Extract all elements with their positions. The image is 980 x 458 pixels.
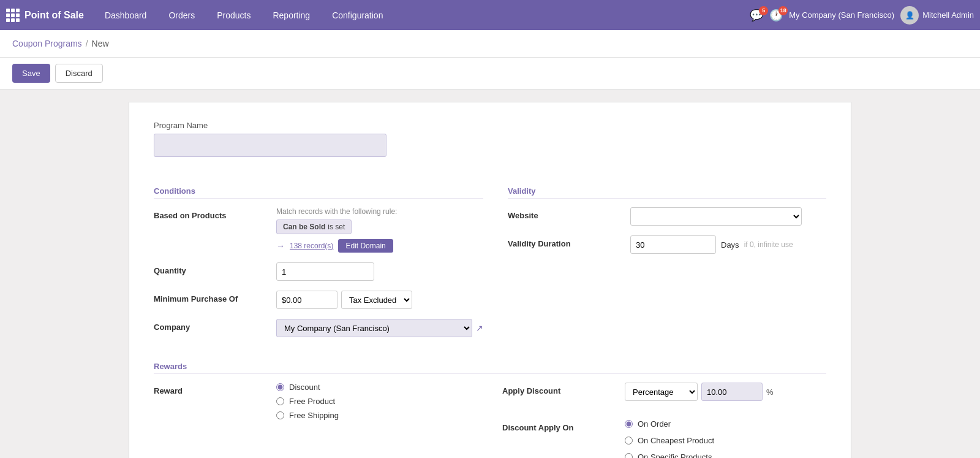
rewards-header: Rewards <box>154 362 826 374</box>
reward-free-shipping[interactable]: Free Shipping <box>276 411 478 420</box>
apply-discount-type-select[interactable]: Percentage Fixed Amount <box>625 383 698 401</box>
program-name-input[interactable] <box>154 134 386 157</box>
top-navigation: Point of Sale Dashboard Orders Products … <box>0 0 980 30</box>
apply-on-order-radio[interactable] <box>625 420 633 428</box>
breadcrumb-separator: / <box>86 39 88 48</box>
reward-free-shipping-label: Free Shipping <box>289 411 339 420</box>
website-row: Website <box>508 207 826 226</box>
conditions-header: Conditions <box>154 186 483 199</box>
menu-dashboard[interactable]: Dashboard <box>94 0 158 30</box>
breadcrumb: Coupon Programs / New <box>0 30 980 58</box>
based-on-products-row: Based on Products Match records with the… <box>154 207 483 253</box>
based-on-products-label: Based on Products <box>154 207 276 220</box>
min-purchase-row: Minimum Purchase Of Tax Excluded Tax Inc… <box>154 291 483 309</box>
activities-badge: 18 <box>778 6 788 15</box>
edit-domain-button[interactable]: Edit Domain <box>338 239 393 253</box>
reward-label: Reward <box>154 383 276 395</box>
domain-tag: Can be Sold is set <box>276 219 352 234</box>
apply-on-specific-radio[interactable] <box>625 453 633 458</box>
quantity-content <box>276 262 483 281</box>
user-name: Mitchell Admin <box>922 10 974 20</box>
validity-duration-row: Validity Duration Days if 0, infinite us… <box>508 235 826 254</box>
validity-section: Validity Website Validity Duration <box>508 172 826 347</box>
domain-records-line: → 138 record(s) Edit Domain <box>276 239 483 253</box>
discount-apply-on-label: Discount Apply On <box>502 419 625 432</box>
validity-duration-inputs: Days if 0, infinite use <box>630 235 826 254</box>
reward-row: Reward Discount Free Product <box>154 383 478 420</box>
save-button[interactable]: Save <box>12 64 50 83</box>
reward-free-product[interactable]: Free Product <box>276 397 478 406</box>
arrow-icon: → <box>276 241 285 251</box>
apply-on-cheapest-label: On Cheapest Product <box>638 436 714 445</box>
reward-left: Reward Discount Free Product <box>154 383 478 458</box>
domain-tag-field: Can be Sold <box>283 223 325 231</box>
rewards-section: Rewards Reward Discount <box>154 362 826 458</box>
brand-name: Point of Sale <box>24 10 84 21</box>
website-select[interactable] <box>630 207 802 226</box>
activities-icon[interactable]: 🕐 18 <box>769 9 783 22</box>
reward-free-product-radio[interactable] <box>276 397 284 405</box>
reward-free-product-label: Free Product <box>289 397 335 406</box>
domain-rule-text: Match records with the following rule: <box>276 207 483 216</box>
reward-right: Apply Discount Percentage Fixed Amount % <box>502 383 826 458</box>
apply-discount-row: Apply Discount Percentage Fixed Amount % <box>502 383 826 410</box>
topnav-right: 💬 5 🕐 18 My Company (San Francisco) 👤 Mi… <box>750 6 974 25</box>
grid-icon <box>6 9 20 22</box>
website-content <box>630 207 826 226</box>
action-bar: Save Discard <box>0 58 980 90</box>
discount-apply-on-row: Discount Apply On On Order On Cheapest P… <box>502 419 826 458</box>
brand-logo[interactable]: Point of Sale <box>6 9 84 22</box>
reward-radio-group: Discount Free Product Free Shipping <box>276 383 478 420</box>
reward-discount-label: Discount <box>289 383 320 392</box>
apply-discount-label: Apply Discount <box>502 383 625 395</box>
apply-on-specific-label: On Specific Products <box>638 452 712 458</box>
breadcrumb-parent[interactable]: Coupon Programs <box>12 39 82 48</box>
menu-configuration[interactable]: Configuration <box>321 0 394 30</box>
pct-sign: % <box>766 387 774 397</box>
apply-discount-inputs: Percentage Fixed Amount % <box>625 383 826 401</box>
discount-value-input[interactable] <box>701 383 763 401</box>
reward-options: Discount Free Product Free Shipping <box>276 383 478 420</box>
validity-duration-content: Days if 0, infinite use <box>630 235 826 254</box>
avatar: 👤 <box>900 6 919 25</box>
discard-button[interactable]: Discard <box>55 64 103 83</box>
validity-header: Validity <box>508 186 826 199</box>
apply-on-order-label: On Order <box>638 419 671 429</box>
validity-duration-label: Validity Duration <box>508 235 630 248</box>
records-link[interactable]: 138 record(s) <box>290 242 333 250</box>
validity-note: if 0, infinite use <box>744 240 793 249</box>
company-label: Company <box>154 319 276 332</box>
company-external-link[interactable]: ↗ <box>476 323 483 333</box>
company-select-wrap: My Company (San Francisco) ↗ <box>276 319 483 337</box>
quantity-input[interactable] <box>276 262 374 281</box>
rewards-content: Reward Discount Free Product <box>154 383 826 458</box>
reward-free-shipping-radio[interactable] <box>276 411 284 419</box>
min-purchase-label: Minimum Purchase Of <box>154 291 276 303</box>
user-menu[interactable]: 👤 Mitchell Admin <box>900 6 974 25</box>
company-select[interactable]: My Company (San Francisco) <box>276 319 472 337</box>
website-label: Website <box>508 207 630 220</box>
company-row: Company My Company (San Francisco) ↗ <box>154 319 483 337</box>
validity-unit: Days <box>721 240 739 250</box>
apply-on-specific[interactable]: On Specific Products <box>625 452 826 458</box>
reward-discount-radio[interactable] <box>276 383 284 391</box>
company-content: My Company (San Francisco) ↗ <box>276 319 483 337</box>
program-name-label: Program Name <box>154 121 826 130</box>
reward-discount[interactable]: Discount <box>276 383 478 392</box>
apply-on-order[interactable]: On Order <box>625 419 826 429</box>
tax-select[interactable]: Tax Excluded Tax Included <box>341 291 412 309</box>
apply-on-cheapest-radio[interactable] <box>625 437 633 445</box>
min-purchase-inputs: Tax Excluded Tax Included <box>276 291 483 309</box>
menu-orders[interactable]: Orders <box>157 0 206 30</box>
breadcrumb-current: New <box>92 39 109 48</box>
apply-on-cheapest[interactable]: On Cheapest Product <box>625 436 826 445</box>
quantity-row: Quantity <box>154 262 483 281</box>
min-purchase-input[interactable] <box>276 291 337 309</box>
discount-apply-on-content: On Order On Cheapest Product On Specific… <box>625 419 826 458</box>
main-content: Program Name Conditions Based on Product… <box>0 90 980 458</box>
menu-products[interactable]: Products <box>206 0 262 30</box>
messages-icon[interactable]: 💬 5 <box>750 9 763 22</box>
validity-duration-input[interactable] <box>630 235 716 254</box>
discount-apply-on-group: On Order On Cheapest Product On Specific… <box>625 419 826 458</box>
menu-reporting[interactable]: Reporting <box>262 0 321 30</box>
